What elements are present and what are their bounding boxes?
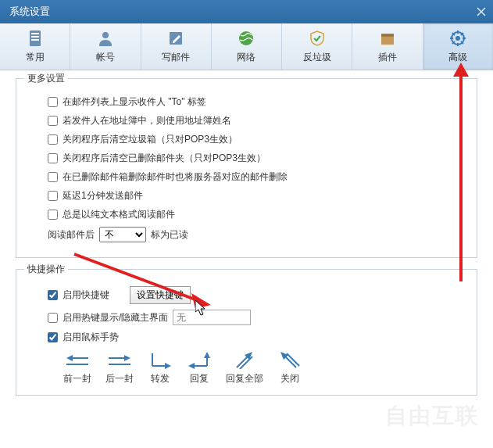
globe-icon: [237, 29, 255, 48]
user-icon: [96, 29, 115, 48]
titlebar-title: 系统设置: [9, 5, 50, 19]
watermark: 自由互联: [385, 401, 479, 431]
checkbox-clear-deleted[interactable]: [48, 153, 58, 163]
toolbar-label: 插件: [378, 51, 397, 64]
setting-row: 总是以纯文本格式阅读邮件: [48, 208, 463, 221]
checkbox-plaintext[interactable]: [48, 210, 58, 220]
checkbox-enable-shortcut[interactable]: [48, 290, 58, 300]
toolbar-network[interactable]: 网络: [212, 23, 282, 70]
checkbox-show-to[interactable]: [48, 97, 58, 107]
toolbar: 常用 帐号 写邮件 网络 反垃圾 插件 高级: [0, 23, 493, 70]
toolbar-plugin[interactable]: 插件: [352, 23, 423, 70]
setting-row: 关闭程序后清空已删除邮件夹（只对POP3生效）: [48, 152, 463, 165]
toolbar-label: 反垃圾: [303, 51, 331, 64]
checkbox-delete-server[interactable]: [48, 172, 58, 182]
svg-point-10: [455, 36, 460, 41]
content-area: 更多设置 在邮件列表上显示收件人 "To" 标签 若发件人在地址簿中，则使用地址…: [0, 70, 493, 418]
close-icon: [477, 7, 486, 16]
hotkey-row: 启用热键显示/隐藏主界面: [48, 310, 463, 325]
gesture-prev[interactable]: 前一封: [63, 352, 91, 385]
toolbar-common[interactable]: 常用: [0, 23, 70, 70]
close-button[interactable]: [470, 0, 493, 23]
gesture-close[interactable]: 关闭: [277, 352, 302, 385]
svg-rect-2: [31, 36, 39, 38]
svg-rect-1: [31, 33, 39, 34]
compose-icon: [166, 29, 185, 48]
toolbar-label: 高级: [448, 51, 467, 64]
svg-marker-23: [124, 355, 130, 361]
titlebar: 系统设置: [0, 0, 493, 23]
toolbar-label: 帐号: [96, 51, 115, 64]
gesture-list: 前一封 后一封 转发 回复 回复全部 关闭: [63, 352, 463, 385]
setting-row: 在已删除邮件箱删除邮件时也将服务器对应的邮件删除: [48, 170, 463, 184]
gesture-row: 启用鼠标手势: [48, 331, 463, 344]
toolbar-label: 网络: [237, 51, 255, 64]
gesture-forward[interactable]: 转发: [148, 352, 173, 385]
toolbar-antispam[interactable]: 反垃圾: [282, 23, 352, 70]
toolbar-advanced[interactable]: 高级: [423, 23, 493, 70]
group-title: 快捷操作: [24, 263, 68, 276]
shortcut-ops-group: 快捷操作 启用快捷键 设置快捷键 启用热键显示/隐藏主界面 启用鼠标手势 前一封…: [16, 269, 477, 396]
toolbar-account[interactable]: 帐号: [70, 23, 141, 70]
gesture-replyall[interactable]: 回复全部: [226, 352, 263, 385]
gesture-next[interactable]: 后一封: [105, 352, 134, 385]
svg-marker-31: [204, 352, 210, 358]
checkbox-clear-trash[interactable]: [48, 134, 58, 145]
shield-icon: [308, 29, 327, 48]
toolbar-compose[interactable]: 写邮件: [141, 23, 212, 70]
gear-icon: [448, 29, 467, 48]
checkbox-delay-send[interactable]: [48, 191, 58, 201]
setting-row: 延迟1分钟发送邮件: [48, 189, 463, 202]
svg-rect-3: [31, 39, 39, 41]
shortcut-row: 启用快捷键 设置快捷键: [48, 286, 463, 304]
toolbar-label: 写邮件: [162, 51, 190, 64]
svg-marker-30: [188, 363, 195, 369]
svg-marker-27: [165, 363, 171, 369]
checkbox-enable-gesture[interactable]: [48, 332, 58, 342]
more-settings-group: 更多设置 在邮件列表上显示收件人 "To" 标签 若发件人在地址簿中，则使用地址…: [16, 78, 477, 258]
svg-rect-8: [381, 34, 394, 37]
toolbar-label: 常用: [26, 51, 45, 64]
setting-row: 关闭程序后清空垃圾箱（只对POP3生效）: [48, 133, 463, 146]
svg-marker-20: [66, 355, 73, 361]
page-icon: [26, 29, 45, 48]
package-icon: [378, 29, 397, 48]
group-title: 更多设置: [24, 72, 68, 85]
gesture-reply[interactable]: 回复: [187, 352, 212, 385]
setting-row: 若发件人在地址簿中，则使用地址簿姓名: [48, 114, 463, 127]
svg-point-4: [102, 32, 109, 38]
hotkey-input[interactable]: [173, 310, 251, 325]
set-shortcut-button[interactable]: 设置快捷键: [130, 286, 191, 304]
checkbox-use-addrbook[interactable]: [48, 116, 58, 126]
read-mark-select[interactable]: 不: [99, 227, 146, 242]
setting-row: 在邮件列表上显示收件人 "To" 标签: [48, 95, 463, 109]
setting-row-read: 阅读邮件后 不 标为已读: [48, 227, 463, 242]
checkbox-enable-hotkey[interactable]: [48, 313, 58, 323]
